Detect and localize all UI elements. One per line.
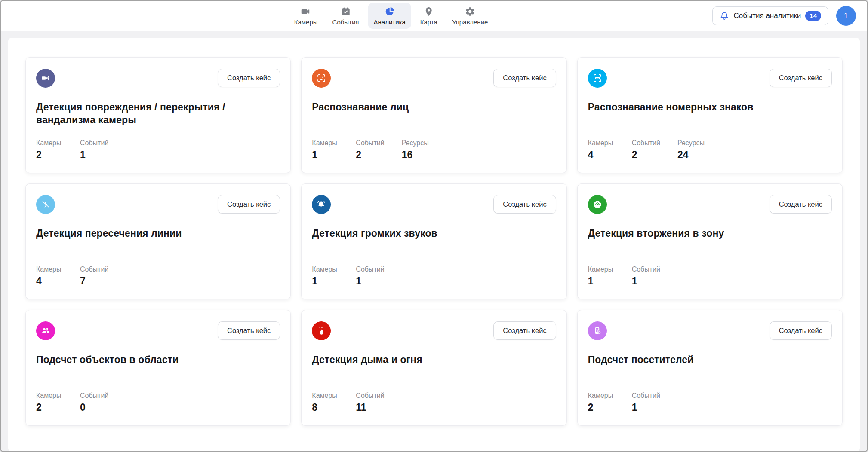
card-header-row: Создать кейс (588, 69, 832, 88)
stat-value: 8 (312, 402, 339, 413)
stat-value: 1 (632, 402, 660, 413)
nav-tabs: Камеры События Аналитика Карта Управлени… (289, 1, 494, 31)
tab-map[interactable]: Карта (415, 3, 443, 29)
cards-grid: Создать кейс Детекция повреждения / пере… (25, 57, 843, 426)
cameras-icon (300, 6, 311, 17)
card-title: Подсчет объектов в области (36, 353, 260, 366)
analytics-card: Создать кейс Детекция вторжения в зону К… (577, 183, 843, 299)
card-title: Распознавание номерных знаков (588, 101, 812, 113)
create-case-button[interactable]: Создать кейс (770, 195, 832, 214)
card-title: Распознавание лиц (312, 101, 536, 113)
stat-ресурсы: Ресурсы16 (402, 139, 429, 161)
stat-label: Камеры (36, 139, 63, 147)
analytics-card: Создать кейс Подсчет объектов в области … (25, 310, 291, 426)
line-crossing-icon (36, 195, 55, 214)
stat-value: 7 (80, 275, 108, 287)
analytics-card: Создать кейс Подсчет посетителей Камеры2… (577, 310, 843, 426)
stat-value: 2 (588, 402, 615, 413)
loud-sound-icon (312, 195, 331, 214)
stat-событий: Событий1 (80, 139, 108, 161)
stat-value: 2 (632, 149, 660, 161)
stat-событий: Событий2 (356, 139, 384, 161)
card-stats: Камеры4Событий2Ресурсы24 (588, 139, 832, 161)
app-window: Камеры События Аналитика Карта Управлени… (0, 0, 868, 452)
stat-label: Ресурсы (677, 139, 705, 147)
create-case-button[interactable]: Создать кейс (218, 69, 280, 87)
user-avatar[interactable]: 1 (836, 6, 856, 26)
analytics-card: Создать кейс Распознавание номерных знак… (577, 57, 843, 173)
stat-value: 1 (356, 275, 384, 287)
analytics-card: Создать кейс Детекция пересечения линии … (25, 183, 291, 299)
stat-label: Событий (356, 392, 384, 400)
stat-label: Камеры (36, 266, 63, 273)
card-stats: Камеры1Событий2Ресурсы16 (312, 139, 556, 161)
tab-cameras[interactable]: Камеры (289, 3, 323, 29)
stat-камеры: Камеры8 (312, 392, 339, 413)
stat-value: 1 (312, 275, 339, 287)
stat-событий: Событий1 (356, 266, 384, 287)
create-case-button[interactable]: Создать кейс (218, 321, 280, 340)
card-title: Детекция повреждения / перекрытия / ванд… (36, 101, 260, 127)
stat-value: 1 (80, 149, 108, 161)
analytics-events-label: События аналитики (733, 12, 801, 20)
card-header-row: Создать кейс (312, 69, 556, 88)
create-case-button[interactable]: Создать кейс (493, 321, 556, 340)
events-count-badge: 14 (805, 11, 821, 21)
camera-vandalism-icon (36, 69, 55, 88)
card-header-row: Создать кейс (312, 195, 556, 214)
card-header-row: Создать кейс (36, 321, 280, 340)
stat-value: 2 (36, 402, 63, 413)
tab-management[interactable]: Управление (446, 3, 493, 29)
stat-value: 4 (36, 275, 63, 287)
stat-событий: Событий0 (80, 392, 108, 413)
card-header-row: Создать кейс (588, 321, 832, 340)
stat-value: 4 (588, 149, 615, 161)
create-case-button[interactable]: Создать кейс (493, 195, 556, 214)
card-title: Детекция громких звуков (312, 227, 536, 240)
analytics-card: Создать кейс Распознавание лиц Камеры1Со… (301, 57, 566, 173)
smoke-fire-icon (312, 321, 331, 340)
stat-label: Событий (632, 266, 660, 273)
stat-камеры: Камеры1 (312, 266, 339, 287)
object-counting-icon (36, 321, 55, 340)
topbar-right-controls: События аналитики 14 1 (712, 1, 856, 31)
create-case-button[interactable]: Создать кейс (770, 69, 832, 87)
stat-label: Камеры (312, 139, 339, 147)
analytics-icon (384, 6, 395, 17)
stat-камеры: Камеры2 (36, 139, 63, 161)
bell-icon (720, 11, 729, 21)
card-stats: Камеры8Событий11 (312, 392, 556, 413)
create-case-button[interactable]: Создать кейс (770, 321, 832, 340)
tab-events[interactable]: События (327, 3, 365, 29)
stat-событий: Событий1 (632, 392, 660, 413)
card-header-row: Создать кейс (588, 195, 832, 214)
card-header-row: Создать кейс (36, 69, 280, 88)
card-stats: Камеры2Событий1 (36, 139, 280, 161)
stat-label: Событий (356, 139, 384, 147)
plate-recognition-icon (588, 69, 607, 88)
stat-value: 24 (677, 149, 705, 161)
stat-value: 2 (356, 149, 384, 161)
stat-label: Событий (632, 139, 660, 147)
stat-label: Событий (80, 139, 108, 147)
create-case-button[interactable]: Создать кейс (493, 69, 556, 87)
stat-ресурсы: Ресурсы24 (677, 139, 705, 161)
create-case-button[interactable]: Создать кейс (218, 195, 280, 214)
stat-событий: Событий7 (80, 266, 108, 287)
analytics-events-button[interactable]: События аналитики 14 (712, 6, 828, 25)
management-icon (465, 6, 476, 17)
stat-label: Событий (80, 392, 108, 400)
stat-label: Ресурсы (402, 139, 429, 147)
stat-камеры: Камеры2 (588, 392, 615, 413)
card-title: Детекция вторжения в зону (588, 227, 812, 240)
tab-analytics[interactable]: Аналитика (368, 3, 411, 29)
stat-камеры: Камеры2 (36, 392, 63, 413)
card-stats: Камеры4Событий7 (36, 266, 280, 287)
stat-label: Камеры (312, 266, 339, 273)
stat-событий: Событий11 (356, 392, 384, 413)
stat-value: 1 (632, 275, 660, 287)
stat-label: Камеры (588, 266, 615, 273)
analytics-panel: Создать кейс Детекция повреждения / пере… (8, 38, 860, 452)
stat-событий: Событий2 (632, 139, 660, 161)
stat-label: Событий (356, 266, 384, 273)
